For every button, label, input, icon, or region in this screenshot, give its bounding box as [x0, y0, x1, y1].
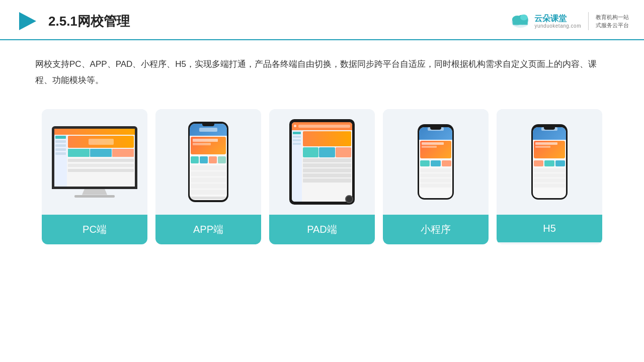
card-h5-image — [497, 109, 602, 215]
logo-arrow-icon — [15, 9, 39, 33]
svg-marker-0 — [19, 12, 36, 30]
brand-slogan: 教育机构一站 式服务云平台 — [596, 13, 629, 30]
card-app-image — [155, 109, 261, 215]
phone-mockup-h5 — [531, 124, 568, 200]
card-miniprogram-image — [383, 109, 489, 215]
brand-logo: 云朵课堂 yunduoketang.com 教育机构一站 式服务云平台 — [509, 12, 629, 30]
phone-mockup-mini — [418, 124, 454, 200]
pc-mockup — [52, 126, 137, 198]
card-pc-image — [42, 109, 147, 215]
card-pad: PAD端 — [269, 109, 375, 244]
svg-point-8 — [520, 15, 528, 21]
brand-name: 云朵课堂 — [534, 14, 567, 23]
card-pad-label: PAD端 — [269, 215, 375, 244]
card-miniprogram-label: 小程序 — [383, 215, 489, 244]
cards-container: PC端 — [0, 99, 644, 254]
card-pc-label: PC端 — [42, 215, 147, 244]
monitor-frame — [52, 126, 137, 189]
card-pc: PC端 — [42, 109, 147, 244]
card-miniprogram: 小程序 — [383, 109, 489, 244]
header-left: 2.5.1网校管理 — [15, 9, 130, 33]
card-h5: H5 — [497, 109, 602, 244]
brand-divider — [588, 12, 589, 30]
card-app: APP端 — [155, 109, 261, 244]
description-text: 网校支持PC、APP、PAD、小程序、H5，实现多端打通，产品各终端自由切换，数… — [0, 40, 644, 99]
brand-url: yunduoketang.com — [534, 23, 581, 29]
phone-mockup-app — [188, 122, 228, 202]
monitor-screen — [54, 129, 135, 187]
card-app-label: APP端 — [155, 215, 261, 244]
tablet-mockup — [289, 119, 355, 205]
header: 2.5.1网校管理 云朵课堂 yunduoketang.com 教育机构一站 式… — [0, 0, 644, 40]
cloud-icon — [509, 12, 531, 30]
page-title: 2.5.1网校管理 — [48, 13, 130, 30]
brand-text: 云朵课堂 yunduoketang.com — [534, 14, 581, 29]
card-pad-image — [269, 109, 375, 215]
card-h5-label: H5 — [497, 215, 602, 242]
